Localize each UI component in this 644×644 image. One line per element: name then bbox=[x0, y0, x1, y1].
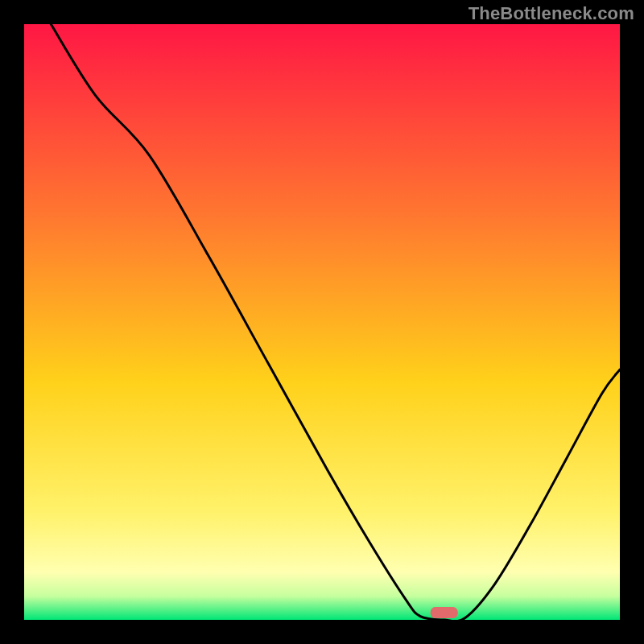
watermark-text: TheBottleneck.com bbox=[469, 3, 634, 24]
optimum-marker bbox=[431, 607, 458, 618]
chart-frame: TheBottleneck.com bbox=[0, 0, 644, 644]
plot-background bbox=[24, 24, 620, 620]
chart-svg bbox=[0, 0, 644, 644]
